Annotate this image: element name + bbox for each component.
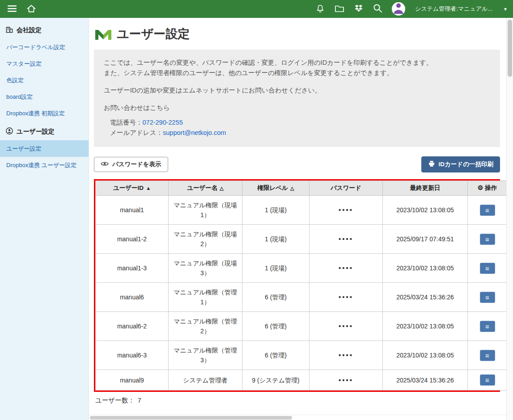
actions-cell: ≡ [468, 196, 507, 225]
sidebar-item-board-settings[interactable]: board設定 [0, 88, 89, 105]
actions-row: パスワードを表示 IDカードの一括印刷 [94, 156, 500, 172]
avatar[interactable] [392, 2, 405, 16]
info-line: ユーザーIDの追加や変更はエムネットサポートにお問い合わせください。 [104, 85, 490, 96]
row-menu-button[interactable]: ≡ [480, 350, 495, 361]
folder-icon [334, 4, 345, 14]
last-updated-cell: 2025/03/24 15:36:26 [383, 283, 468, 312]
dropbox-icon [354, 4, 364, 14]
sidebar: 会社設定 バーコードラベル設定 マスター設定 色設定 board設定 Dropb… [0, 18, 89, 420]
last-updated-cell: 2025/09/17 07:49:51 [383, 225, 468, 254]
column-header-last-updated: 最終更新日 [383, 181, 468, 196]
topbar: システム管理者:マニュアル... ▼ [0, 0, 513, 18]
notifications-button[interactable] [315, 4, 325, 15]
info-box: ここでは、ユーザー名の変更や、パスワードの確認・変更、ログイン用のIDカードを印… [94, 50, 500, 147]
table-row: manual1-3 マニュアル権限（現場3） 1 (現場) •••• 2023/… [96, 254, 507, 283]
gear-icon: ⚙ [478, 184, 483, 191]
sidebar-section-user: ユーザー設定 [0, 122, 89, 140]
page-title: ユーザー設定 [117, 26, 190, 42]
contact-block: 電話番号：072-290-2255 メールアドレス：support@netkoj… [104, 118, 490, 138]
phone-link[interactable]: 072-290-2255 [143, 119, 183, 126]
page-header: ユーザー設定 [94, 26, 500, 42]
password-cell: •••• [309, 283, 383, 312]
search-icon [373, 3, 383, 15]
user-name-cell: マニュアル権限（現場3） [169, 254, 242, 283]
app-logo-icon [95, 26, 112, 42]
sidebar-item-user-settings[interactable]: ユーザー設定 [0, 140, 89, 157]
password-cell: •••• [309, 341, 383, 370]
permission-level-cell: 6 (管理) [242, 283, 309, 312]
current-user-label[interactable]: システム管理者:マニュアル... [415, 5, 492, 13]
table-row: manual6-3 マニュアル権限（管理3） 6 (管理) •••• 2023/… [96, 341, 507, 370]
home-button[interactable] [26, 4, 36, 14]
user-name-cell: システム管理者 [169, 370, 242, 391]
menu-button[interactable] [8, 5, 17, 13]
person-icon [392, 2, 405, 16]
horizontal-scrollbar-thumb[interactable] [90, 416, 292, 420]
contact-heading: お問い合わせはこちら [104, 103, 490, 113]
email-link[interactable]: support@netkojo.com [163, 129, 226, 136]
column-header-permission-level[interactable]: 権限レベル△ [242, 181, 309, 196]
password-cell: •••• [309, 254, 383, 283]
show-password-label: パスワードを表示 [112, 160, 161, 168]
password-cell: •••• [309, 196, 383, 225]
permission-level-cell: 6 (管理) [242, 312, 309, 341]
user-id-cell: manual1-3 [96, 254, 169, 283]
user-id-cell: manual1-2 [96, 225, 169, 254]
permission-level-cell: 1 (現場) [242, 196, 309, 225]
sidebar-item-dropbox-initial-settings[interactable]: Dropbox連携 初期設定 [0, 105, 89, 122]
row-menu-button[interactable]: ≡ [480, 234, 495, 245]
row-menu-button[interactable]: ≡ [480, 374, 495, 386]
show-password-button[interactable]: パスワードを表示 [94, 157, 168, 172]
last-updated-cell: 2025/03/24 15:36:26 [383, 370, 468, 391]
column-header-user-name[interactable]: ユーザー名△ [169, 181, 242, 196]
table-row: manual1 マニュアル権限（現場1） 1 (現場) •••• 2023/10… [96, 196, 507, 225]
topbar-left [5, 4, 36, 14]
password-cell: •••• [309, 312, 383, 341]
actions-cell: ≡ [468, 341, 507, 370]
info-line: ここでは、ユーザー名の変更や、パスワードの確認・変更、ログイン用のIDカードを印… [104, 58, 490, 68]
table-row: manual9 システム管理者 9 (システム管理) •••• 2025/03/… [96, 370, 507, 391]
email-label: メールアドレス： [110, 129, 163, 136]
printer-icon [428, 160, 435, 168]
last-updated-cell: 2023/10/02 13:08:05 [383, 196, 468, 225]
sort-icon: △ [220, 185, 223, 191]
column-header-user-id[interactable]: ユーザーID▲ [96, 181, 169, 196]
permission-level-cell: 9 (システム管理) [242, 370, 309, 391]
search-button[interactable] [373, 3, 383, 15]
sidebar-item-dropbox-user-settings[interactable]: Dropbox連携 ユーザー設定 [0, 157, 89, 173]
sidebar-item-color-settings[interactable]: 色設定 [0, 72, 89, 88]
last-updated-cell: 2023/10/02 13:08:05 [383, 341, 468, 370]
user-id-cell: manual6-2 [96, 312, 169, 341]
sidebar-section-label: ユーザー設定 [17, 128, 55, 136]
column-header-actions: ⚙操作 [468, 181, 507, 196]
main-content: ユーザー設定 ここでは、ユーザー名の変更や、パスワードの確認・変更、ログイン用の… [89, 18, 506, 415]
row-menu-button[interactable]: ≡ [480, 321, 495, 332]
actions-cell: ≡ [468, 370, 507, 391]
user-count-value: 7 [138, 397, 141, 404]
password-cell: •••• [309, 225, 383, 254]
bell-icon [315, 4, 325, 15]
chevron-down-icon[interactable]: ▼ [503, 7, 508, 12]
users-table: ユーザーID▲ ユーザー名△ 権限レベル△ パスワード 最終更新日 ⚙操作 ma… [95, 181, 506, 391]
folder-button[interactable] [334, 4, 345, 14]
sidebar-section-label: 会社設定 [17, 26, 42, 34]
hamburger-icon [8, 5, 17, 13]
user-name-cell: マニュアル権限（現場1） [169, 196, 242, 225]
sidebar-item-master-settings[interactable]: マスター設定 [0, 55, 89, 72]
info-line: また、システム管理者権限のユーザーは、他のユーザーの権限レベルを変更することがで… [104, 68, 490, 78]
horizontal-scrollbar[interactable] [89, 415, 506, 420]
row-menu-button[interactable]: ≡ [480, 263, 495, 274]
row-menu-button[interactable]: ≡ [480, 205, 495, 216]
vertical-scrollbar[interactable] [506, 18, 513, 420]
user-id-cell: manual6 [96, 283, 169, 312]
sidebar-item-barcode-label-settings[interactable]: バーコードラベル設定 [0, 39, 89, 55]
dropbox-button[interactable] [354, 4, 364, 14]
user-name-cell: マニュアル権限（管理3） [169, 341, 242, 370]
print-id-cards-label: IDカードの一括印刷 [439, 160, 493, 168]
sort-asc-icon: ▲ [146, 185, 151, 191]
table-row: manual6 マニュアル権限（管理1） 6 (管理) •••• 2025/03… [96, 283, 507, 312]
vertical-scrollbar-thumb[interactable] [508, 20, 512, 77]
print-id-cards-button[interactable]: IDカードの一括印刷 [421, 156, 500, 172]
row-menu-button[interactable]: ≡ [480, 292, 495, 303]
column-header-password: パスワード [309, 181, 383, 196]
